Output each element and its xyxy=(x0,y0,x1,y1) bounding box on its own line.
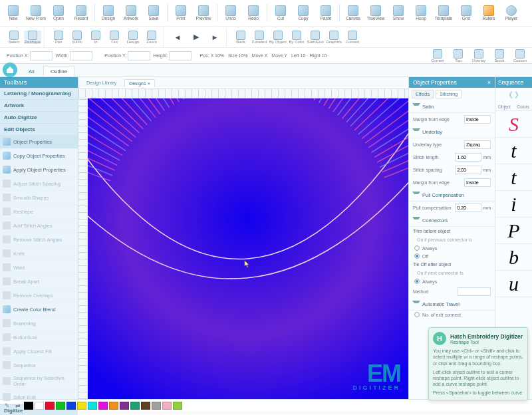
new-from-button[interactable]: New From xyxy=(25,1,47,25)
design-button[interactable]: Design xyxy=(124,31,142,44)
underlay-margin[interactable] xyxy=(464,178,491,187)
sequence-item-2[interactable]: t xyxy=(495,164,532,191)
back-button[interactable]: Back xyxy=(232,31,249,44)
underlay-length[interactable] xyxy=(455,153,481,162)
player-button[interactable]: Player xyxy=(501,1,522,25)
color-swatch-14[interactable] xyxy=(173,402,182,410)
sequence-item-3[interactable]: i xyxy=(495,191,532,217)
grid-button[interactable]: Grid xyxy=(456,1,477,25)
conn-always[interactable]: Always xyxy=(409,244,495,252)
canvas-button[interactable]: Canvas xyxy=(342,1,364,25)
playback-play-button[interactable]: ▶ xyxy=(188,33,205,41)
palette-dropper-icon[interactable]: ✎ xyxy=(3,401,12,410)
conn-off[interactable]: Off xyxy=(409,252,495,260)
forward-button[interactable]: Forward xyxy=(251,31,268,44)
conn-always-2[interactable]: Always xyxy=(409,277,495,285)
tab-effects[interactable]: Effects xyxy=(412,90,434,98)
sidebar-group-lettering-monogramming[interactable]: Lettering / Monogramming xyxy=(0,88,78,99)
tab-stitching[interactable]: Stitching xyxy=(436,90,462,98)
redo-button[interactable]: Redo xyxy=(243,1,264,25)
convert-button[interactable]: Convert xyxy=(344,31,361,44)
satin-margin-select[interactable] xyxy=(464,115,491,124)
color-swatch-2[interactable] xyxy=(45,402,55,410)
trueview-button[interactable]: TrueView xyxy=(365,1,386,25)
doc-tab-design-library[interactable]: Design Library xyxy=(82,79,120,86)
palette-swap-icon[interactable]: ⇄ xyxy=(13,401,23,410)
sequence-nav[interactable]: 《 》 xyxy=(495,88,532,103)
current-button[interactable]: Current xyxy=(428,49,447,63)
copy-button[interactable]: Copy xyxy=(293,1,314,25)
new-button[interactable]: New xyxy=(3,1,24,25)
overlay-button[interactable]: Overlay xyxy=(469,49,488,63)
color-swatch-9[interactable] xyxy=(120,402,129,410)
underlay-spacing[interactable] xyxy=(455,166,481,174)
connectors-header[interactable]: Connectors xyxy=(413,216,491,224)
sidebar-group-artwork[interactable]: Artwork xyxy=(0,100,78,111)
open-button[interactable]: Open xyxy=(48,1,69,25)
doc-tab-design1-[interactable]: Design1 × xyxy=(124,79,155,87)
color-swatch-13[interactable] xyxy=(162,402,172,410)
undo-button[interactable]: Undo xyxy=(220,1,241,25)
conn-method[interactable] xyxy=(458,287,491,296)
save-button[interactable]: Save xyxy=(143,1,164,25)
sequence-item-0[interactable]: S xyxy=(495,111,532,138)
home-pill-icon[interactable] xyxy=(3,63,17,77)
color-swatch-6[interactable] xyxy=(88,402,97,410)
100--button[interactable]: 100% xyxy=(68,31,86,44)
sequence-item-5[interactable]: b xyxy=(495,244,532,271)
select-button[interactable]: Select xyxy=(5,31,23,44)
stock-button[interactable]: Stock xyxy=(490,49,509,63)
playback-prev-button[interactable]: ◄ xyxy=(169,33,186,41)
satin-header[interactable]: Satin xyxy=(413,102,491,110)
sidebar-item-apply-object-properties[interactable]: Apply Object Properties xyxy=(0,163,78,177)
color-swatch-10[interactable] xyxy=(130,402,140,410)
print-button[interactable]: Print xyxy=(170,1,192,25)
playback-next-button[interactable]: ► xyxy=(206,33,223,41)
top-button[interactable]: Top xyxy=(449,49,467,63)
pull-value[interactable] xyxy=(455,204,481,212)
paste-button[interactable]: Paste xyxy=(315,1,336,25)
sidebar-group-auto-digitize[interactable]: Auto-Digitize xyxy=(0,112,78,123)
color-swatch-3[interactable] xyxy=(56,402,65,410)
rulers-button[interactable]: Rulers xyxy=(478,1,499,25)
tab-outline[interactable]: Outline xyxy=(43,66,74,76)
start-end-button[interactable]: Start/End xyxy=(307,31,324,44)
sidebar-item-copy-object-properties[interactable]: Copy Object Properties xyxy=(0,149,78,163)
color-swatch-4[interactable] xyxy=(66,402,76,410)
pan-button[interactable]: Pan xyxy=(50,31,67,44)
color-swatch-1[interactable] xyxy=(35,402,44,410)
template-button[interactable]: Template xyxy=(433,1,454,25)
by-object-button[interactable]: By Object xyxy=(269,31,287,44)
underlay-header[interactable]: Underlay xyxy=(413,128,491,136)
color-swatch-0[interactable] xyxy=(24,402,33,410)
artwork-button[interactable]: Artwork xyxy=(120,1,142,25)
pull-header[interactable]: Pull Compensation xyxy=(413,191,491,199)
recent-button[interactable]: Recent xyxy=(70,1,92,25)
color-swatch-5[interactable] xyxy=(77,402,86,410)
height-input[interactable] xyxy=(169,51,192,61)
out-button[interactable]: Out xyxy=(106,31,123,44)
auto-travel-check[interactable]: No. of exit connect xyxy=(409,311,495,319)
hoop-button[interactable]: Hoop xyxy=(410,1,432,25)
width-input[interactable] xyxy=(70,51,92,61)
reshape-button[interactable]: Reshape xyxy=(24,31,41,44)
cut-button[interactable]: Cut xyxy=(270,1,291,25)
color-swatch-12[interactable] xyxy=(152,402,161,410)
pos-x-input[interactable] xyxy=(30,51,53,61)
sequence-item-1[interactable]: t xyxy=(495,138,532,164)
sequence-item-6[interactable]: u xyxy=(495,271,532,297)
sidebar-group-edit-objects[interactable]: Edit Objects xyxy=(0,124,78,135)
sidebar-item-object-properties[interactable]: Object Properties xyxy=(0,135,78,149)
embroidery-canvas[interactable]: EM DIGITIZER xyxy=(88,98,408,399)
sidebar-item-create-color-blend[interactable]: Create Color Blend xyxy=(0,303,78,317)
tab-all[interactable]: All xyxy=(21,66,42,76)
color-swatch-8[interactable] xyxy=(109,402,118,410)
show-button[interactable]: Show xyxy=(388,1,409,25)
pos-y-input[interactable] xyxy=(128,51,150,61)
auto-travel-header[interactable]: Automatic Travel xyxy=(413,300,491,308)
by-color-button[interactable]: By Color xyxy=(288,31,305,44)
color-swatch-11[interactable] xyxy=(141,402,150,410)
graphics-button[interactable]: Graphics xyxy=(325,31,342,44)
design-button[interactable]: Design xyxy=(98,1,119,25)
sequence-item-4[interactable]: P xyxy=(495,217,532,244)
